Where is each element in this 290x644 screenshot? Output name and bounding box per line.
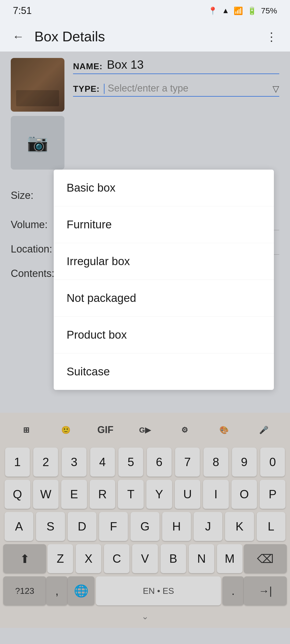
app-bar-title: Box Details bbox=[34, 28, 256, 45]
battery-icon: 🔋 bbox=[247, 6, 257, 15]
dropdown-item-suitcase[interactable]: Suitcase bbox=[54, 353, 274, 390]
status-icons: 📍 ▲ 📶 🔋 75% bbox=[208, 6, 277, 15]
app-bar: ← Box Details ⋮ bbox=[0, 21, 290, 52]
dropdown-item-irregular-box[interactable]: Irregular box bbox=[54, 243, 274, 280]
dropdown-item-product-box[interactable]: Product box bbox=[54, 317, 274, 353]
location-icon: 📍 bbox=[208, 6, 218, 15]
status-bar: 7:51 📍 ▲ 📶 🔋 75% bbox=[0, 0, 290, 21]
dropdown-item-basic-box[interactable]: Basic box bbox=[54, 170, 274, 206]
back-button[interactable]: ← bbox=[9, 27, 28, 46]
dropdown-item-not-packaged[interactable]: Not packaged bbox=[54, 280, 274, 317]
wifi-icon: ▲ bbox=[222, 6, 229, 15]
dropdown-item-furniture[interactable]: Furniture bbox=[54, 206, 274, 243]
more-options-button[interactable]: ⋮ bbox=[262, 27, 281, 46]
signal-icon: 📶 bbox=[234, 6, 243, 15]
content-wrapper: 📷 NAME: Box 13 TYPE: Select/enter a type bbox=[0, 52, 290, 644]
type-dropdown-menu: Basic box Furniture Irregular box Not pa… bbox=[54, 170, 274, 390]
more-dots-icon: ⋮ bbox=[266, 30, 278, 43]
status-time: 7:51 bbox=[13, 5, 32, 16]
back-arrow-icon: ← bbox=[12, 30, 24, 43]
battery-level: 75% bbox=[261, 6, 277, 15]
